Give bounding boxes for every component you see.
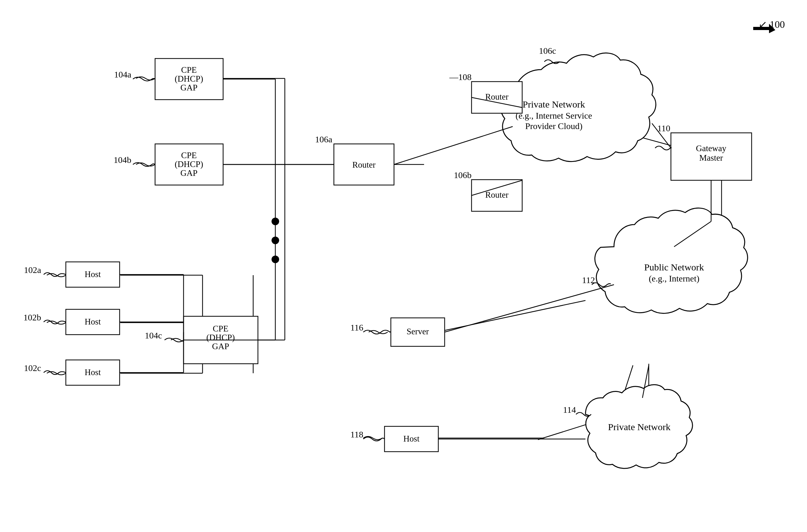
label-108: —108 [449, 72, 472, 82]
svg-text:GAP: GAP [180, 168, 198, 178]
svg-text:Router: Router [352, 160, 375, 170]
isp-cloud-label-1: Private Network [522, 99, 585, 110]
label-104b: 104b [114, 155, 131, 165]
svg-text:Router: Router [485, 190, 509, 200]
svg-text:Master: Master [699, 153, 723, 163]
public-cloud-label-1: Public Network [644, 262, 704, 272]
svg-text:Host: Host [85, 367, 101, 377]
ellipsis-dot-1 [272, 217, 279, 225]
label-116: 116 [350, 323, 363, 332]
svg-text:Host: Host [85, 269, 101, 279]
private-network-small-label-1: Private Network [608, 422, 670, 432]
public-cloud-label-2: (e.g., Internet) [649, 273, 699, 283]
diagram-container: Private Network (e.g., Internet Service … [0, 0, 807, 532]
label-102c: 102c [24, 363, 41, 373]
figure-arrow-icon: ↙ 100 [758, 19, 785, 30]
ellipsis-dot-3 [272, 255, 279, 263]
isp-cloud-label-3: Provider Cloud) [525, 121, 582, 131]
private-network-small-cloud: Private Network [585, 385, 693, 469]
public-cloud: Public Network (e.g., Internet) [595, 208, 748, 314]
svg-text:GAP: GAP [212, 342, 229, 351]
svg-line-61 [445, 285, 614, 332]
svg-text:Host: Host [85, 317, 101, 326]
label-104c: 104c [145, 330, 162, 340]
isp-cloud-label-2: (e.g., Internet Service [515, 111, 592, 120]
svg-text:Host: Host [403, 434, 420, 443]
svg-text:(DHCP): (DHCP) [206, 333, 235, 342]
label-104a: 104a [114, 70, 132, 79]
svg-text:CPE: CPE [181, 65, 197, 75]
label-110: 110 [657, 124, 670, 133]
svg-text:CPE: CPE [213, 324, 228, 334]
svg-text:CPE: CPE [181, 151, 197, 160]
label-106a: 106a [315, 134, 333, 144]
label-106c: 106c [539, 46, 556, 56]
svg-text:(DHCP): (DHCP) [175, 74, 203, 83]
isp-cloud: Private Network (e.g., Internet Service … [501, 53, 656, 162]
svg-text:Router: Router [485, 92, 509, 101]
svg-text:Server: Server [407, 327, 429, 336]
network-diagram: Private Network (e.g., Internet Service … [0, 0, 807, 532]
svg-line-55 [394, 127, 513, 165]
svg-text:GAP: GAP [180, 83, 198, 92]
label-102a: 102a [24, 265, 41, 275]
label-114: 114 [563, 405, 576, 415]
label-112: 112 [582, 275, 595, 285]
svg-text:(DHCP): (DHCP) [175, 159, 203, 169]
label-106b: 106b [454, 170, 472, 180]
ellipsis-dot-2 [272, 236, 279, 244]
label-102b: 102b [23, 312, 41, 322]
svg-text:Gateway: Gateway [696, 144, 726, 153]
label-118: 118 [350, 430, 363, 439]
